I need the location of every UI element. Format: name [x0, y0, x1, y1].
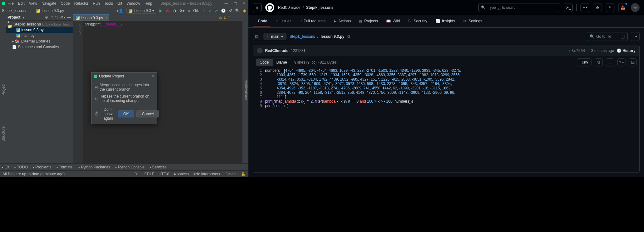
- copy-path-icon[interactable]: ⧉: [347, 34, 350, 39]
- bottom-tool-services[interactable]: ▪Services: [150, 165, 167, 169]
- menu-help[interactable]: Help: [144, 1, 152, 6]
- tab-blame[interactable]: Blame: [273, 59, 291, 66]
- file-encoding[interactable]: UTF-8: [158, 172, 169, 176]
- breadcrumb-project[interactable]: Stepik_lessons: [2, 8, 27, 13]
- raw-button[interactable]: Raw: [577, 58, 591, 66]
- tree-scratches[interactable]: 📄Scratches and Consoles: [6, 44, 73, 50]
- menu-view[interactable]: View: [29, 1, 37, 6]
- breadcrumb-file[interactable]: lesson 9.3.py: [42, 8, 64, 13]
- line-gutter[interactable]: 123: [73, 21, 83, 163]
- tree-root[interactable]: ▾ 📁 Stepik_lessons D:\Dev\Stepik_lessons: [6, 21, 73, 27]
- tree-external-libs[interactable]: ▸ 📚External Libraries: [6, 38, 73, 44]
- select-opened-file-icon[interactable]: ⊙: [45, 15, 48, 20]
- repo-tab-settings[interactable]: ⚙Settings: [460, 16, 485, 26]
- panel-settings-icon[interactable]: ⚙▾: [60, 15, 65, 20]
- debug-icon[interactable]: 🐞: [165, 8, 170, 13]
- radio-rebase[interactable]: Rebase the current branch on top of inco…: [95, 94, 153, 103]
- project-panel-title[interactable]: Project: [8, 15, 20, 20]
- create-new-icon[interactable]: ＋▾: [580, 3, 589, 12]
- commit-message[interactable]: 1231231: [291, 48, 306, 53]
- line-separator[interactable]: CRLF: [144, 172, 154, 176]
- bottom-tool-terminal[interactable]: ▪Terminal: [56, 165, 73, 169]
- git-history-icon[interactable]: 🕑: [221, 8, 226, 13]
- lock-icon[interactable]: 🔒: [241, 172, 246, 176]
- code-line[interactable]: 4 -3879, -3824, -3805, 1609, -4741, -307…: [253, 82, 639, 86]
- go-to-file-input[interactable]: 🔍 Go to file t: [587, 32, 628, 41]
- tool-tab-notifications[interactable]: Notifications: [244, 79, 248, 100]
- avatar[interactable]: 🦇: [631, 3, 640, 12]
- stop-icon[interactable]: ■: [188, 8, 190, 13]
- help-icon[interactable]: ?: [95, 111, 98, 116]
- close-icon[interactable]: ✕: [242, 1, 246, 6]
- repo-tab-wiki[interactable]: 📖Wiki: [383, 16, 403, 26]
- owner-link[interactable]: RedC0mrade: [278, 5, 300, 10]
- more-options-icon[interactable]: ⋯: [631, 32, 640, 41]
- bottom-tool-problems[interactable]: ▪Problems: [33, 165, 51, 169]
- path-repo-link[interactable]: Stepik_lessons: [290, 34, 315, 39]
- cancel-button[interactable]: Cancel: [136, 110, 159, 117]
- expand-all-icon[interactable]: ⇵: [50, 15, 53, 20]
- git-update-icon[interactable]: ↙: [208, 8, 212, 13]
- history-link[interactable]: 🕑 History: [617, 48, 636, 53]
- branch-selector[interactable]: ᚶ main ▾: [264, 33, 286, 40]
- menu-tools[interactable]: Tools: [104, 1, 113, 6]
- menu-run[interactable]: Run: [93, 1, 100, 6]
- repo-tab-projects[interactable]: ▦Projects: [356, 16, 381, 26]
- run-icon[interactable]: ▶: [159, 8, 162, 13]
- commit-author[interactable]: RedC0mrade: [265, 48, 288, 53]
- run-config-selector[interactable]: lesson 9.3 ▾: [126, 8, 156, 14]
- maximize-icon[interactable]: ▢: [233, 1, 237, 6]
- bottom-tool-todo[interactable]: ▪TODO: [14, 165, 28, 169]
- menu-file[interactable]: File: [8, 1, 14, 6]
- search-icon[interactable]: 🔍: [235, 8, 240, 13]
- hamburger-icon[interactable]: ≡: [253, 3, 262, 12]
- bottom-tool-python-packages[interactable]: ▪Python Packages: [78, 165, 110, 169]
- chevron-down-icon[interactable]: ⌄: [231, 15, 235, 20]
- checkbox-dont-show[interactable]: [101, 112, 101, 116]
- code-line[interactable]: 6 2384, 4072, -90, 204, 1158, -3134, -25…: [253, 90, 639, 95]
- commit-hash[interactable]: c8c7564: [569, 48, 585, 53]
- menu-edit[interactable]: Edit: [18, 1, 25, 6]
- radio-merge[interactable]: Merge incoming changes into the current …: [95, 83, 153, 92]
- symbols-icon[interactable]: ▤: [629, 58, 637, 66]
- code-line[interactable]: 9print('commit'): [253, 104, 639, 108]
- git-rollback-icon[interactable]: ↺: [229, 8, 232, 13]
- repo-tab-issues[interactable]: ⊙Issues: [272, 16, 295, 26]
- tree-file[interactable]: main.py: [6, 33, 73, 38]
- toggle-file-tree-icon[interactable]: ▤: [253, 33, 260, 40]
- project-tree[interactable]: ▾ 📁 Stepik_lessons D:\Dev\Stepik_lessons…: [6, 21, 73, 163]
- copy-icon[interactable]: ⧉: [595, 58, 603, 66]
- menu-code[interactable]: Code: [61, 1, 70, 6]
- menu-window[interactable]: Window: [127, 1, 140, 6]
- global-search[interactable]: 🔍 Type / to search: [478, 3, 560, 12]
- download-icon[interactable]: ⭳: [606, 58, 614, 66]
- repo-tab-insights[interactable]: 📈Insights: [432, 16, 458, 26]
- code-line[interactable]: 5 4354, 4926, -352, -1187, -3313, 2741, …: [253, 86, 639, 90]
- repo-tab-actions[interactable]: ▶Actions: [330, 16, 354, 26]
- code-line[interactable]: 3 -3324, 417, 3531, -3134, 1782, 4439, 1…: [253, 77, 639, 82]
- repo-link[interactable]: Stepik_lessons: [306, 5, 333, 10]
- editor-tab[interactable]: lesson 9.3.py ×: [73, 14, 109, 21]
- notifications-icon[interactable]: 📥: [618, 3, 627, 12]
- dialog-close-icon[interactable]: ×: [152, 74, 154, 78]
- indent-settings[interactable]: 4 spaces: [174, 172, 189, 176]
- ok-button[interactable]: OK: [118, 110, 134, 117]
- issues-shortcut-icon[interactable]: ⊙: [593, 3, 602, 12]
- tool-tab-structure[interactable]: Structure: [1, 123, 6, 142]
- menu-refactor[interactable]: Refactor: [74, 1, 88, 6]
- caret-position[interactable]: 3:1: [135, 172, 140, 176]
- inspection-widget[interactable]: ⚠ 1 ⌃ ⌄: [219, 15, 235, 20]
- chevron-up-icon[interactable]: ⌃: [227, 15, 230, 20]
- command-palette-icon[interactable]: ≻_: [564, 3, 573, 12]
- collapse-all-icon[interactable]: ⇅: [55, 15, 58, 20]
- code-line[interactable]: 1numbers = [4754, -4895, -364, -4764, 46…: [253, 68, 639, 73]
- repo-tab-code[interactable]: Code: [253, 16, 270, 26]
- menu-git[interactable]: Git: [117, 1, 122, 6]
- bottom-tool-python-console[interactable]: ▪Python Console: [115, 165, 145, 169]
- git-branch[interactable]: ᚶ main: [225, 172, 236, 176]
- menu-navigate[interactable]: Navigate: [42, 1, 56, 6]
- repo-tab-pull-requests[interactable]: ⑂Pull requests: [297, 16, 329, 26]
- edit-icon[interactable]: ✎▾: [617, 58, 625, 66]
- code-line[interactable]: 2 1003, 4367, -1739, 550, -1217, -1334, …: [253, 73, 639, 77]
- interpreter[interactable]: <No interpreter>: [193, 172, 220, 176]
